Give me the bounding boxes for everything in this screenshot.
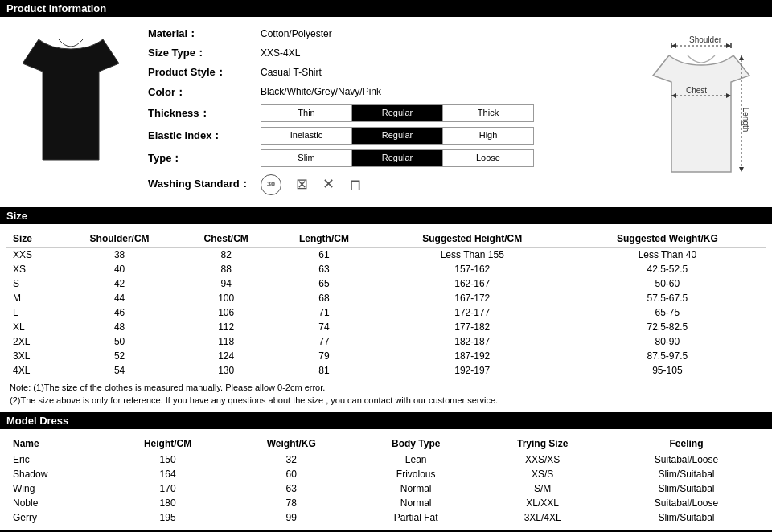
table-cell: 118 [179, 334, 273, 349]
table-cell: Lean [354, 452, 478, 467]
table-row: Eric15032LeanXXS/XSSuitabal/Loose [6, 452, 766, 467]
thickness-thin: Thin [261, 105, 352, 121]
table-cell: 95-105 [569, 363, 766, 378]
svg-text:Length: Length [741, 108, 750, 133]
table-cell: 46 [60, 305, 180, 320]
table-cell: 87.5-97.5 [569, 349, 766, 363]
table-cell: 74 [273, 320, 376, 334]
tshirt-image [6, 23, 135, 176]
product-info-section: Material： Cotton/Polyester Size Type： XX… [0, 23, 772, 207]
model-dress-title: Model Dress [6, 415, 68, 427]
thickness-row: Thickness： Thin Regular Thick [148, 104, 624, 122]
table-cell: Normal [354, 496, 478, 510]
wash-30-icon: 30 [261, 174, 281, 195]
table-row: XXS388261Less Than 155Less Than 40 [6, 247, 766, 262]
elastic-high: High [443, 128, 533, 144]
no-iron-icon: ✕ [322, 174, 335, 194]
dry-clean-icon: ⊓ [349, 174, 362, 196]
table-cell: 157-162 [376, 262, 569, 276]
table-cell: Suitabal/Loose [607, 496, 766, 510]
table-cell: 65-75 [569, 305, 766, 320]
table-cell: 63 [273, 262, 376, 276]
col-size: Size [6, 231, 60, 248]
table-cell: 38 [60, 247, 180, 262]
svg-text:Chest: Chest [686, 86, 707, 95]
table-cell: XS/S [478, 467, 607, 481]
svg-marker-5 [726, 43, 731, 48]
material-label: Material： [148, 27, 261, 41]
table-cell: 180 [107, 496, 229, 510]
col-feeling: Feeling [607, 436, 766, 452]
table-cell: 57.5-67.5 [569, 291, 766, 305]
table-cell: 52 [60, 349, 180, 363]
table-cell: 65 [273, 276, 376, 291]
table-row: 4XL5413081192-19795-105 [6, 363, 766, 378]
table-cell: 177-182 [376, 320, 569, 334]
elastic-label: Elastic Index： [148, 129, 261, 143]
table-cell: 88 [179, 262, 273, 276]
color-row: Color： Black/White/Grey/Navy/Pink [148, 85, 624, 100]
table-cell: 78 [228, 496, 354, 510]
table-cell: 71 [273, 305, 376, 320]
table-cell: Slim/Suitabal [607, 481, 766, 496]
type-loose: Loose [443, 150, 533, 166]
table-cell: 3XL [6, 349, 60, 363]
col-trying-size: Trying Size [478, 436, 607, 452]
thickness-bar: Thin Regular Thick [261, 104, 534, 122]
table-cell: 195 [107, 510, 229, 525]
elastic-inelastic: Inelastic [261, 128, 352, 144]
table-cell: 130 [179, 363, 273, 378]
product-details: Material： Cotton/Polyester Size Type： XX… [148, 23, 624, 201]
svg-marker-4 [671, 43, 676, 48]
col-name: Name [6, 436, 107, 452]
table-cell: L [6, 305, 60, 320]
table-cell: 112 [179, 320, 273, 334]
table-cell: Wing [6, 481, 107, 496]
product-info-header: Product Information [0, 0, 772, 17]
no-bleach-icon: ⊠ [296, 174, 308, 194]
table-cell: Less Than 40 [569, 247, 766, 262]
table-cell: 68 [273, 291, 376, 305]
table-cell: 40 [60, 262, 180, 276]
color-label: Color： [148, 85, 261, 100]
table-cell: S/M [478, 481, 607, 496]
table-cell: 61 [273, 247, 376, 262]
table-cell: 80-90 [569, 334, 766, 349]
table-row: S429465162-16750-60 [6, 276, 766, 291]
size-section: Size Shoulder/CM Chest/CM Length/CM Sugg… [0, 231, 772, 412]
table-cell: 150 [107, 452, 229, 467]
table-cell: XS [6, 262, 60, 276]
table-cell: S [6, 276, 60, 291]
col-body-type: Body Type [354, 436, 478, 452]
table-cell: 77 [273, 334, 376, 349]
table-cell: Frivolous [354, 467, 478, 481]
model-dress-section: Name Height/CM Weight/KG Body Type Tryin… [0, 436, 772, 530]
material-value: Cotton/Polyester [261, 27, 332, 41]
col-weight: Suggested Weight/KG [569, 231, 766, 248]
type-label: Type： [148, 151, 261, 166]
thickness-label: Thickness： [148, 106, 261, 121]
size-notes: Note: (1)The size of the clothes is meas… [6, 381, 766, 407]
svg-text:Shoulder: Shoulder [689, 35, 722, 44]
table-cell: 170 [107, 481, 229, 496]
size-section-title: Size [6, 210, 27, 222]
table-row: 3XL5212479187-19287.5-97.5 [6, 349, 766, 363]
type-slim: Slim [261, 150, 352, 166]
table-cell: 100 [179, 291, 273, 305]
table-cell: 54 [60, 363, 180, 378]
size-table: Size Shoulder/CM Chest/CM Length/CM Sugg… [6, 231, 766, 378]
table-cell: XL/XXL [478, 496, 607, 510]
col-model-weight: Weight/KG [228, 436, 354, 452]
size-note-2: (2)The size above is only for reference.… [10, 394, 766, 407]
table-cell: M [6, 291, 60, 305]
table-cell: 60 [228, 467, 354, 481]
table-cell: XL [6, 320, 60, 334]
product-info-title: Product Information [6, 2, 106, 14]
table-cell: Eric [6, 452, 107, 467]
table-cell: 72.5-82.5 [569, 320, 766, 334]
table-cell: 42.5-52.5 [569, 262, 766, 276]
col-shoulder: Shoulder/CM [60, 231, 180, 248]
svg-marker-13 [739, 167, 744, 172]
col-height: Suggested Height/CM [376, 231, 569, 248]
table-cell: 44 [60, 291, 180, 305]
